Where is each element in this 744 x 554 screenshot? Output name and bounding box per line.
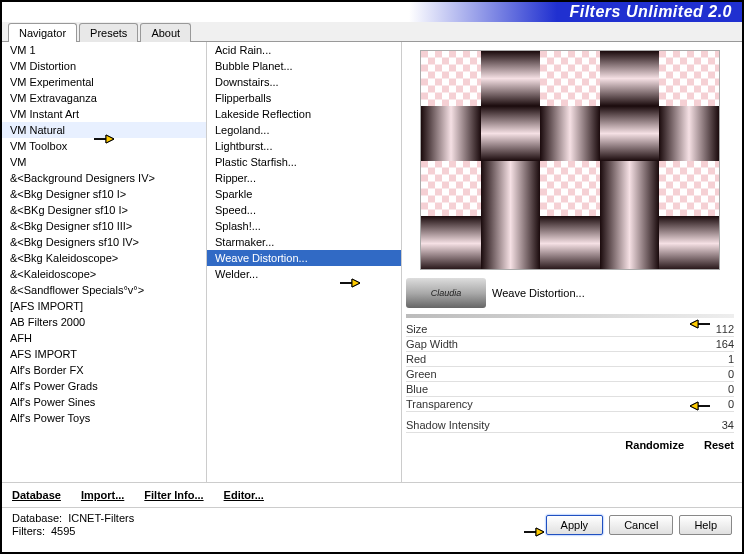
param-label: Green	[406, 368, 704, 380]
filter-item[interactable]: Downstairs...	[207, 74, 401, 90]
category-item[interactable]: Alf's Power Grads	[2, 378, 206, 394]
param-row[interactable]: Shadow Intensity34	[406, 418, 734, 433]
param-value: 112	[704, 323, 734, 335]
filter-item[interactable]: Acid Rain...	[207, 42, 401, 58]
filter-item[interactable]: Sparkle	[207, 186, 401, 202]
filter-item[interactable]: Lakeside Reflection	[207, 106, 401, 122]
db-value: ICNET-Filters	[68, 512, 134, 524]
param-row[interactable]: Red1	[406, 352, 734, 367]
cancel-button[interactable]: Cancel	[609, 515, 673, 535]
category-item[interactable]: &<Bkg Designers sf10 IV>	[2, 234, 206, 250]
db-label: Database:	[12, 512, 62, 524]
filter-info-link[interactable]: Filter Info...	[144, 489, 203, 501]
filter-item[interactable]: Lightburst...	[207, 138, 401, 154]
category-item[interactable]: &<Bkg Designer sf10 I>	[2, 186, 206, 202]
category-item[interactable]: VM Toolbox	[2, 138, 206, 154]
filter-item[interactable]: Legoland...	[207, 122, 401, 138]
reset-button[interactable]: Reset	[704, 439, 734, 451]
status-left: Database: ICNET-Filters Filters: 4595	[12, 512, 134, 537]
param-row[interactable]: Gap Width164	[406, 337, 734, 352]
param-row[interactable]: Transparency0	[406, 397, 734, 412]
category-item[interactable]: Alf's Power Toys	[2, 410, 206, 426]
preview-panel: Claudia Weave Distortion... Size112Gap W…	[402, 42, 742, 482]
filter-name-track	[406, 314, 734, 318]
filter-item[interactable]: Speed...	[207, 202, 401, 218]
filter-item[interactable]: Bubble Planet...	[207, 58, 401, 74]
param-value: 0	[704, 383, 734, 395]
filter-name-row: Claudia Weave Distortion...	[406, 278, 734, 308]
title-bar: Filters Unlimited 2.0	[2, 2, 742, 22]
param-row[interactable]: Blue0	[406, 382, 734, 397]
category-item[interactable]: Alf's Border FX	[2, 362, 206, 378]
category-item[interactable]: VM Instant Art	[2, 106, 206, 122]
category-list[interactable]: VM 1VM DistortionVM ExperimentalVM Extra…	[2, 42, 207, 482]
preview-image	[420, 50, 720, 270]
database-link[interactable]: Database	[12, 489, 61, 501]
status-row: Database: ICNET-Filters Filters: 4595 Ap…	[2, 507, 742, 541]
category-item[interactable]: VM Experimental	[2, 74, 206, 90]
filter-item[interactable]: Splash!...	[207, 218, 401, 234]
filter-item[interactable]: Plastic Starfish...	[207, 154, 401, 170]
tab-navigator[interactable]: Navigator	[8, 23, 77, 42]
filters-label: Filters:	[12, 525, 45, 537]
filter-item[interactable]: Welder...	[207, 266, 401, 282]
filter-item[interactable]: Starmaker...	[207, 234, 401, 250]
category-item[interactable]: &<Bkg Designer sf10 III>	[2, 218, 206, 234]
param-label: Gap Width	[406, 338, 704, 350]
apply-button[interactable]: Apply	[546, 515, 604, 535]
app-title: Filters Unlimited 2.0	[569, 3, 732, 21]
main-area: VM 1VM DistortionVM ExperimentalVM Extra…	[2, 42, 742, 482]
param-value: 0	[704, 398, 734, 410]
category-item[interactable]: AFH	[2, 330, 206, 346]
category-item[interactable]: VM Distortion	[2, 58, 206, 74]
param-value: 164	[704, 338, 734, 350]
editor-link[interactable]: Editor...	[224, 489, 264, 501]
action-row: Database Import... Filter Info... Editor…	[2, 482, 742, 507]
filter-item[interactable]: Flipperballs	[207, 90, 401, 106]
buttons-row: Apply Cancel Help	[546, 515, 732, 535]
param-value: 34	[704, 419, 734, 431]
param-value: 0	[704, 368, 734, 380]
filter-list[interactable]: Acid Rain...Bubble Planet...Downstairs..…	[207, 42, 402, 482]
tab-presets[interactable]: Presets	[79, 23, 138, 42]
category-item[interactable]: VM Natural	[2, 122, 206, 138]
category-item[interactable]: VM Extravaganza	[2, 90, 206, 106]
category-item[interactable]: &<Background Designers IV>	[2, 170, 206, 186]
filter-item[interactable]: Ripper...	[207, 170, 401, 186]
help-button[interactable]: Help	[679, 515, 732, 535]
param-value: 1	[704, 353, 734, 365]
param-label: Size	[406, 323, 704, 335]
params-group: Size112Gap Width164Red1Green0Blue0Transp…	[406, 322, 734, 412]
param-label: Shadow Intensity	[406, 419, 704, 431]
filters-value: 4595	[51, 525, 75, 537]
filter-item[interactable]: Weave Distortion...	[207, 250, 401, 266]
tabs-row: Navigator Presets About	[2, 22, 742, 42]
param-label: Blue	[406, 383, 704, 395]
category-item[interactable]: Alf's Power Sines	[2, 394, 206, 410]
randomize-reset-row: Randomize Reset	[406, 439, 734, 451]
category-item[interactable]: [AFS IMPORT]	[2, 298, 206, 314]
category-item[interactable]: &<Kaleidoscope>	[2, 266, 206, 282]
params-group-2: Shadow Intensity34	[406, 418, 734, 433]
category-item[interactable]: &<BKg Designer sf10 I>	[2, 202, 206, 218]
param-label: Red	[406, 353, 704, 365]
param-row[interactable]: Size112	[406, 322, 734, 337]
current-filter-name: Weave Distortion...	[492, 287, 734, 299]
param-row[interactable]: Green0	[406, 367, 734, 382]
param-label: Transparency	[406, 398, 704, 410]
category-item[interactable]: AFS IMPORT	[2, 346, 206, 362]
import-link[interactable]: Import...	[81, 489, 124, 501]
randomize-button[interactable]: Randomize	[625, 439, 684, 451]
category-item[interactable]: VM 1	[2, 42, 206, 58]
category-item[interactable]: VM	[2, 154, 206, 170]
category-item[interactable]: AB Filters 2000	[2, 314, 206, 330]
tab-about[interactable]: About	[140, 23, 191, 42]
category-item[interactable]: &<Sandflower Specials°v°>	[2, 282, 206, 298]
watermark: Claudia	[406, 278, 486, 308]
category-item[interactable]: &<Bkg Kaleidoscope>	[2, 250, 206, 266]
